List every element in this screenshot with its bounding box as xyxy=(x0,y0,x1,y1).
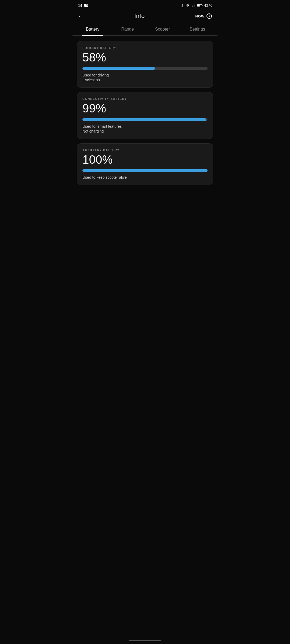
wifi-icon xyxy=(186,4,190,8)
connectivity-battery-info-line-2: Not charging xyxy=(82,129,208,133)
clock-icon xyxy=(206,13,212,19)
battery-percent: 43 % xyxy=(204,3,212,8)
auxiliary-battery-progress-bg xyxy=(82,169,208,172)
connectivity-battery-label: CONNECTIVITY BATTERY xyxy=(82,97,208,100)
primary-battery-percent: 58% xyxy=(82,51,208,64)
svg-rect-2 xyxy=(193,5,193,7)
device-battery-icon xyxy=(197,4,203,8)
signal-icon xyxy=(191,4,195,8)
auxiliary-battery-percent: 100% xyxy=(82,153,208,166)
connectivity-battery-progress-fill xyxy=(82,118,206,121)
page-title: Info xyxy=(134,13,145,20)
status-icons: 43 % xyxy=(180,3,212,8)
auxiliary-battery-label: AUXILIARY BATTERY xyxy=(82,148,208,152)
svg-rect-6 xyxy=(202,5,202,6)
svg-rect-7 xyxy=(197,5,200,6)
svg-rect-3 xyxy=(194,5,194,7)
status-time: 14:50 xyxy=(78,3,88,8)
auxiliary-battery-info-line-1: Used to keep scooter alive xyxy=(82,175,208,180)
tab-scooter[interactable]: Scooter xyxy=(145,24,180,35)
primary-battery-progress-fill xyxy=(82,67,155,70)
bluetooth-icon xyxy=(180,4,184,8)
svg-point-0 xyxy=(188,7,188,7)
tabs-bar: Battery Range Scooter Settings xyxy=(73,24,218,36)
auxiliary-battery-info: Used to keep scooter alive xyxy=(82,175,208,180)
primary-battery-card: PRIMARY BATTERY 58% Used for driving Cyc… xyxy=(77,41,213,88)
tab-settings[interactable]: Settings xyxy=(180,24,215,35)
status-bar: 14:50 43 % xyxy=(73,0,218,10)
connectivity-battery-card: CONNECTIVITY BATTERY 99% Used for smart … xyxy=(77,92,213,139)
now-label: NOW xyxy=(195,14,205,18)
primary-battery-info-line-2: Cycles: 89 xyxy=(82,78,208,82)
back-button[interactable]: ← xyxy=(78,13,84,20)
battery-content: PRIMARY BATTERY 58% Used for driving Cyc… xyxy=(73,36,218,191)
connectivity-battery-progress-bg xyxy=(82,118,208,121)
tab-battery[interactable]: Battery xyxy=(75,24,110,35)
svg-rect-1 xyxy=(192,6,193,7)
connectivity-battery-info: Used for smart features Not charging xyxy=(82,124,208,133)
now-button[interactable]: NOW xyxy=(195,13,212,19)
svg-rect-4 xyxy=(195,4,195,7)
auxiliary-battery-progress-fill xyxy=(82,169,208,172)
connectivity-battery-info-line-1: Used for smart features xyxy=(82,124,208,129)
connectivity-battery-percent: 99% xyxy=(82,102,208,115)
primary-battery-info: Used for driving Cycles: 89 xyxy=(82,73,208,82)
primary-battery-progress-bg xyxy=(82,67,208,70)
tab-range[interactable]: Range xyxy=(110,24,145,35)
auxiliary-battery-card: AUXILIARY BATTERY 100% Used to keep scoo… xyxy=(77,143,213,185)
primary-battery-info-line-1: Used for driving xyxy=(82,73,208,77)
header: ← Info NOW xyxy=(73,10,218,24)
primary-battery-label: PRIMARY BATTERY xyxy=(82,46,208,49)
